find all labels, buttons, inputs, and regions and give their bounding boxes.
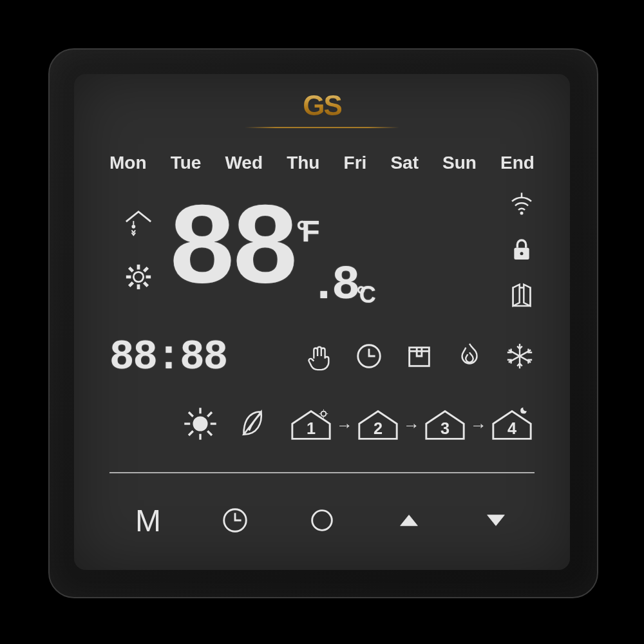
- svg-line-8: [144, 268, 148, 272]
- window-open-icon: [509, 283, 535, 312]
- period-arrow-icon: →: [403, 415, 420, 435]
- clock-display: 88:88: [109, 334, 227, 381]
- brand-logo: GS: [74, 90, 570, 128]
- svg-rect-16: [410, 351, 430, 366]
- up-button[interactable]: [374, 491, 444, 549]
- period-4-icon: 4: [489, 407, 535, 443]
- floor-sensor-icon: [124, 208, 153, 240]
- day-row: Mon Tue Wed Thu Fri Sat Sun End: [109, 153, 535, 173]
- day-end: End: [500, 153, 535, 173]
- svg-point-0: [131, 225, 135, 229]
- svg-line-28: [189, 431, 193, 435]
- svg-text:2: 2: [374, 419, 383, 437]
- svg-line-27: [207, 412, 212, 417]
- period-row: 1 → 2 → 3 → 4: [109, 399, 535, 451]
- day-sun: Sun: [442, 153, 477, 173]
- temp-decimal: .8: [310, 261, 354, 309]
- svg-text:3: 3: [440, 419, 450, 437]
- day-sat: Sat: [390, 153, 419, 173]
- period-arrow-icon: →: [470, 415, 487, 435]
- mode-button-label: M: [135, 503, 161, 538]
- period-arrow-icon: →: [336, 415, 353, 435]
- period-3-icon: 3: [422, 407, 468, 443]
- svg-line-26: [207, 431, 212, 435]
- cool-mode-icon: [505, 341, 535, 374]
- day-fri: Fri: [344, 153, 367, 173]
- svg-line-25: [189, 412, 193, 417]
- temp-digits: 88: [167, 193, 294, 309]
- svg-point-13: [520, 252, 524, 255]
- schedule-mode-icon: [354, 341, 384, 374]
- power-button[interactable]: [287, 491, 357, 549]
- away-mode-icon: [404, 341, 434, 374]
- svg-text:4: 4: [507, 419, 516, 437]
- touch-divider: [109, 472, 535, 473]
- temp-unit-f: °F: [296, 216, 314, 246]
- svg-line-7: [144, 283, 148, 287]
- day-thu: Thu: [287, 153, 319, 173]
- lock-icon: [509, 237, 535, 265]
- manual-mode-icon: [304, 341, 334, 374]
- temp-unit-c: °C: [356, 283, 369, 307]
- wifi-icon: [509, 191, 535, 219]
- touch-button-row: M: [113, 491, 531, 549]
- svg-point-20: [194, 417, 207, 430]
- timer-button[interactable]: [200, 491, 270, 549]
- brand-rule: [245, 127, 399, 128]
- svg-point-10: [520, 212, 524, 215]
- svg-line-6: [129, 268, 133, 272]
- thermostat-face: GS Mon Tue Wed Thu Fri Sat Sun End: [74, 74, 570, 570]
- eco-period-icon: [237, 406, 269, 444]
- svg-point-30: [321, 412, 327, 417]
- brand-text: GS: [303, 90, 341, 122]
- temperature-display: 88 °F .8 °C: [167, 193, 370, 309]
- mode-button[interactable]: M: [113, 491, 184, 549]
- svg-text:1: 1: [307, 419, 316, 437]
- down-button[interactable]: [460, 491, 531, 549]
- period-2-icon: 2: [355, 407, 401, 443]
- svg-point-39: [312, 511, 332, 531]
- svg-line-9: [129, 283, 133, 287]
- settings-icon: [124, 262, 153, 294]
- heat-mode-icon: [455, 341, 484, 374]
- sun-period-icon: [183, 406, 218, 444]
- day-mon: Mon: [109, 153, 147, 173]
- svg-point-1: [133, 272, 143, 281]
- period-1-icon: 1: [289, 407, 334, 443]
- day-wed: Wed: [225, 153, 263, 173]
- day-tue: Tue: [171, 153, 202, 173]
